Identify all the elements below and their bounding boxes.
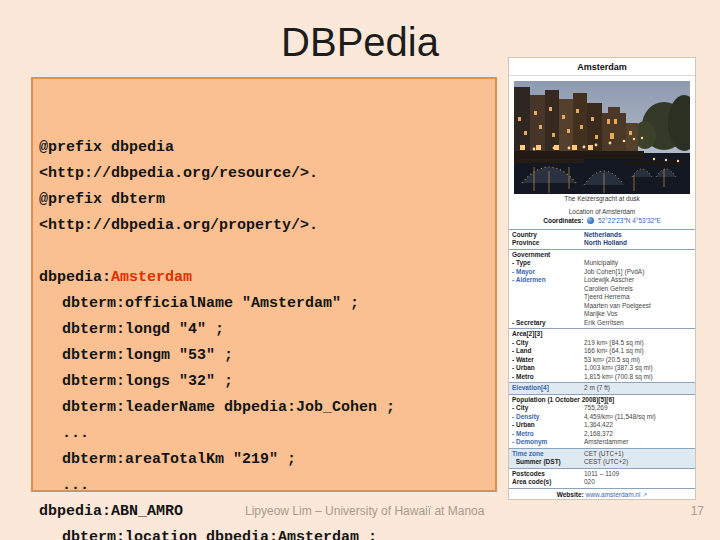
infobox-row: Time zoneCET (UTC+1) (509, 450, 695, 459)
infobox-row: ProvinceNorth Holland (509, 239, 695, 248)
infobox-website-row: Website: www.amsterdam.nl ↗ (509, 490, 695, 501)
photo-caption: The Keizersgracht at dusk (509, 195, 695, 204)
website-label: Website: (557, 491, 586, 498)
code-text: dbterm:location dbpedia:Amsterdam ; (62, 529, 377, 540)
infobox-row-value: 1011 – 1109 (584, 470, 692, 479)
infobox-row-label[interactable]: - Metro (512, 430, 584, 439)
code-line: dbterm:leaderName dbpedia:Job_Cohen ; (39, 395, 495, 421)
infobox-row-label[interactable]: - Mayor (512, 268, 584, 277)
infobox-row: - City219 km² (84.5 sq mi) (509, 339, 695, 348)
infobox-section: Elevation[4]2 m (7 ft) (509, 382, 695, 394)
code-text: @prefix dbpedia (39, 139, 174, 156)
code-line: ... (39, 473, 495, 499)
infobox-row-value: 1,815 km² (700.8 sq mi) (584, 373, 692, 382)
infobox-row-value: 1,364,422 (584, 421, 692, 430)
infobox-row-value: 4,459/km² (11,548/sq mi) (584, 413, 692, 422)
coordinates-row: Coordinates: 52°22′23″N 4°53′32″E (509, 217, 695, 226)
rdf-code-box: @prefix dbpedia<http://dbpedia.org/resou… (31, 77, 497, 492)
infobox-row-label: - Type (512, 259, 584, 268)
coordinates-link[interactable]: 52°22′23″N 4°53′32″E (598, 217, 661, 224)
infobox-row: - DemonymAmsterdammer (509, 438, 695, 447)
infobox-row: CountryNetherlands (509, 231, 695, 240)
infobox-row: - Urban1,003 km² (387.3 sq mi) (509, 364, 695, 373)
code-text: dbpedia:ABN_AMRO (39, 503, 183, 520)
infobox-section: Postcodes1011 – 1109Area code(s)020 (509, 468, 695, 488)
code-line: <http://dbpedia.org/property/>. (39, 213, 495, 239)
infobox-row-value: Erik Gerritsen (584, 319, 692, 328)
infobox-row: - TypeMunicipality (509, 259, 695, 268)
infobox-row-value: 2 m (7 ft) (584, 384, 692, 393)
code-line: dbterm:longs "32″ ; (39, 369, 495, 395)
infobox-section-header: Government (509, 251, 695, 260)
infobox-row-label[interactable]: Time zone (512, 450, 584, 459)
coordinates-label: Coordinates: (543, 217, 583, 224)
code-line: dbterm:location dbpedia:Amsterdam ; (39, 525, 495, 540)
infobox-row: - MayorJob Cohen[1] (PvdA) (509, 268, 695, 277)
code-text: <http://dbpedia.org/resource/>. (39, 165, 318, 182)
code-line: dbpedia:Amsterdam (39, 265, 495, 291)
infobox-row-value[interactable]: Netherlands (584, 231, 692, 240)
website-link[interactable]: www.amsterdam.nl (586, 491, 643, 498)
infobox-row: - Water53 km² (20.5 sq mi) (509, 356, 695, 365)
infobox-row-value: 53 km² (20.5 sq mi) (584, 356, 692, 365)
page-number: 17 (691, 504, 704, 518)
infobox-row: - Land166 km² (64.1 sq mi) (509, 347, 695, 356)
footer-credit: Lipyeow Lim – University of Hawaiï at Ma… (245, 504, 484, 518)
code-line: dbterm:longd "4″ ; (39, 317, 495, 343)
amsterdam-infobox: Amsterdam (508, 57, 696, 500)
infobox-row-value: 2,168,372 (584, 430, 692, 439)
infobox-row-label[interactable]: - Density (512, 413, 584, 422)
code-text: @prefix dbterm (39, 191, 165, 208)
infobox-row-label: - City (512, 339, 584, 348)
infobox-row-label: Area code(s) (512, 478, 584, 487)
infobox-row-label[interactable]: - Demonym (512, 438, 584, 447)
infobox-row: - City755,269 (509, 404, 695, 413)
code-line: dbterm:areaTotalKm "219" ; (39, 447, 495, 473)
infobox-row-label: Country (512, 231, 584, 240)
code-text: ... (62, 477, 89, 494)
code-line: ... (39, 421, 495, 447)
infobox-sections: CountryNetherlandsProvinceNorth HollandG… (509, 229, 695, 501)
infobox-row: - Metro1,815 km² (700.8 sq mi) (509, 373, 695, 382)
infobox-row-value: 755,269 (584, 404, 692, 413)
code-text: dbpedia: (39, 269, 111, 286)
globe-icon (587, 217, 594, 224)
code-text: <http://dbpedia.org/property/>. (39, 217, 318, 234)
infobox-section-header: Area[2][3] (509, 330, 695, 339)
infobox-row: Summer (DST)CEST (UTC+2) (509, 458, 695, 467)
infobox-row-value: 219 km² (84.5 sq mi) (584, 339, 692, 348)
infobox-row: Area code(s)020 (509, 478, 695, 487)
code-text: dbterm:longm "53" ; (62, 347, 233, 364)
infobox-row-label[interactable]: Elevation[4] (512, 384, 584, 393)
highlighted-resource-text: Amsterdam (111, 269, 192, 286)
infobox-row-label: - Urban (512, 421, 584, 430)
infobox-row-label: - Metro (512, 373, 584, 382)
infobox-row-label: - Water (512, 356, 584, 365)
code-text: dbterm:longs "32″ ; (62, 373, 233, 390)
infobox-section: CountryNetherlandsProvinceNorth Holland (509, 229, 695, 249)
infobox-section: Website: www.amsterdam.nl ↗ (509, 488, 695, 501)
code-line (39, 239, 495, 265)
infobox-row: Elevation[4]2 m (7 ft) (509, 384, 695, 393)
infobox-section: Area[2][3]- City219 km² (84.5 sq mi)- La… (509, 328, 695, 382)
infobox-row-value: 166 km² (64.1 sq mi) (584, 347, 692, 356)
external-link-icon: ↗ (642, 492, 647, 498)
infobox-row-label: - City (512, 404, 584, 413)
code-line: @prefix dbterm (39, 187, 495, 213)
infobox-row-value: Amsterdammer (584, 438, 692, 447)
infobox-row-label[interactable]: - Aldermen (512, 276, 584, 319)
infobox-row-label: - Secretary (512, 319, 584, 328)
infobox-row-value: CEST (UTC+2) (584, 458, 692, 467)
code-text: dbterm:officialName "Amsterdam" ; (62, 295, 359, 312)
infobox-row: - Metro2,168,372 (509, 430, 695, 439)
infobox-row: - Urban1,364,422 (509, 421, 695, 430)
infobox-row: - Density4,459/km² (11,548/sq mi) (509, 413, 695, 422)
infobox-row: Postcodes1011 – 1109 (509, 470, 695, 479)
infobox-row-label: Province (512, 239, 584, 248)
code-line: dbterm:longm "53" ; (39, 343, 495, 369)
infobox-section-header: Population (1 October 2008)[5][6] (509, 396, 695, 405)
infobox-row-value: 1,003 km² (387.3 sq mi) (584, 364, 692, 373)
infobox-row-value[interactable]: North Holland (584, 239, 692, 248)
infobox-row: - AldermenLodewijk AsscherCarolien Gehre… (509, 276, 695, 319)
code-line: dbterm:officialName "Amsterdam" ; (39, 291, 495, 317)
